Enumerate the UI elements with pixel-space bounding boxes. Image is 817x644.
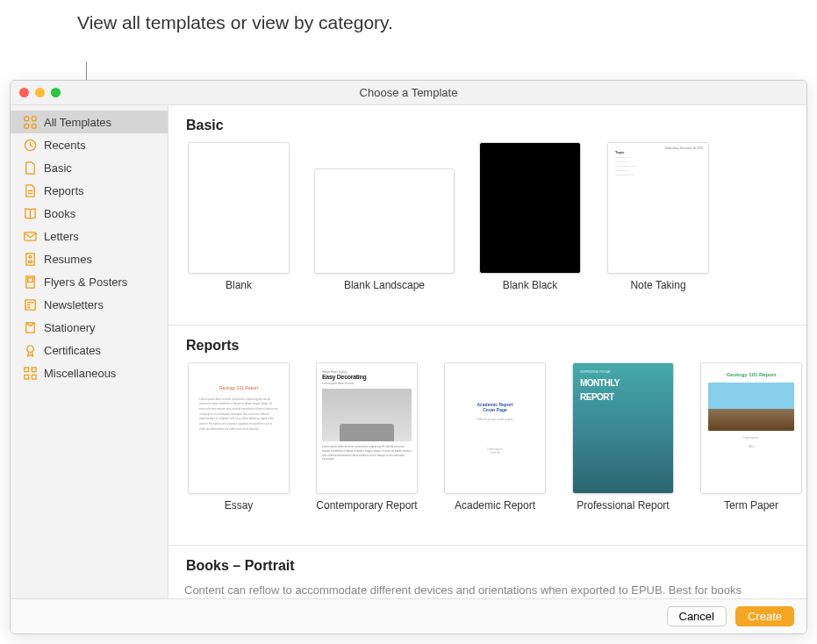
- svg-point-6: [29, 255, 32, 258]
- svg-rect-7: [27, 277, 32, 282]
- thumb-date: Wednesday, December 18, 2019: [664, 147, 703, 150]
- certificate-icon: [23, 343, 37, 357]
- sidebar-item-label: Certificates: [44, 344, 101, 357]
- template-term-paper[interactable]: Geology 101 Report Lorem Ipsum 2019 Term…: [697, 362, 806, 526]
- sidebar-item-all-templates[interactable]: All Templates: [11, 111, 168, 133]
- template-thumbnail: Simple Home Styling Easy Decorating Lore…: [316, 362, 418, 494]
- sidebar-item-label: Basic: [44, 161, 72, 175]
- thumb-title: Geology 101 Report: [199, 384, 278, 392]
- template-thumbnail: [314, 168, 455, 274]
- close-button[interactable]: [19, 88, 29, 97]
- sidebar-item-label: Newsletters: [44, 298, 104, 311]
- grid-icon: [23, 115, 37, 129]
- window-title: Choose a Template: [11, 86, 806, 99]
- titlebar: Choose a Template: [11, 81, 806, 105]
- svg-point-8: [26, 345, 33, 352]
- template-row: Geology 101 Report Lorem ipsum dolor sit…: [184, 362, 806, 529]
- svg-rect-0: [24, 116, 28, 120]
- thumb-kicker: SUSPENDISSE FEUGIAT: [580, 370, 611, 374]
- sidebar-item-label: Flyers & Posters: [44, 275, 127, 289]
- book-icon: [23, 206, 37, 220]
- template-label: Blank Landscape: [344, 279, 425, 305]
- callout-text: View all templates or view by category.: [77, 11, 393, 34]
- template-contemporary-report[interactable]: Simple Home Styling Easy Decorating Lore…: [312, 362, 421, 526]
- template-chooser-window: Choose a Template All Templates Recents …: [10, 80, 807, 634]
- template-thumbnail: [479, 142, 581, 274]
- svg-rect-12: [32, 375, 36, 379]
- template-row: Blank Blank Landscape Blank Black Wednes…: [184, 142, 806, 309]
- template-label: Blank: [226, 279, 252, 305]
- section-title: Reports: [184, 338, 806, 354]
- section-books-portrait: Books – Portrait Content can reflow to a…: [184, 558, 806, 598]
- svg-rect-3: [32, 124, 36, 128]
- template-label: Essay: [225, 499, 254, 526]
- letter-icon: [23, 229, 37, 243]
- template-blank[interactable]: Blank: [184, 142, 293, 305]
- template-blank-landscape[interactable]: Blank Landscape: [312, 142, 456, 305]
- section-basic: Basic Blank Blank Landscape Blank Black: [184, 118, 806, 309]
- sidebar-item-stationery[interactable]: Stationery: [11, 316, 168, 339]
- clock-icon: [23, 138, 37, 152]
- section-title: Basic: [184, 118, 806, 133]
- template-label: Note Taking: [630, 279, 685, 305]
- thumb-heading: REPORT: [580, 393, 614, 402]
- template-label: Academic Report: [455, 499, 535, 526]
- footer-bar: Cancel Create: [11, 598, 806, 633]
- sidebar-item-label: Reports: [44, 184, 84, 197]
- template-label: Term Paper: [724, 499, 778, 526]
- sidebar-item-label: Resumes: [44, 253, 92, 266]
- create-button[interactable]: Create: [735, 606, 794, 626]
- maximize-button[interactable]: [51, 88, 61, 97]
- template-thumbnail: Geology 101 Report Lorem Ipsum 2019: [700, 362, 802, 494]
- template-blank-black[interactable]: Blank Black: [476, 142, 584, 305]
- divider: [168, 325, 806, 326]
- template-academic-report[interactable]: Academic Report Cover Page Dolor id qua …: [441, 362, 549, 526]
- report-icon: [23, 183, 37, 197]
- sidebar-item-flyers[interactable]: Flyers & Posters: [11, 270, 168, 293]
- template-thumbnail: Academic Report Cover Page Dolor id qua …: [444, 362, 546, 494]
- sidebar-item-basic[interactable]: Basic: [11, 156, 168, 179]
- sidebar-item-label: All Templates: [44, 116, 111, 129]
- section-reports: Reports Geology 101 Report Lorem ipsum d…: [184, 338, 806, 529]
- sidebar-item-books[interactable]: Books: [11, 202, 168, 225]
- sidebar-item-miscellaneous[interactable]: Miscellaneous: [11, 361, 168, 384]
- svg-rect-1: [32, 116, 36, 120]
- template-label: Professional Report: [577, 499, 669, 526]
- cancel-button[interactable]: Cancel: [667, 606, 727, 626]
- svg-rect-9: [24, 367, 28, 371]
- minimize-button[interactable]: [35, 88, 45, 97]
- sidebar-item-label: Letters: [44, 230, 79, 243]
- sidebar-item-recents[interactable]: Recents: [11, 133, 168, 156]
- svg-rect-10: [32, 367, 36, 371]
- divider: [168, 545, 806, 546]
- template-label: Contemporary Report: [316, 499, 417, 526]
- thumb-line2: Cover Page: [483, 407, 507, 412]
- sidebar-item-label: Books: [44, 207, 75, 220]
- template-thumbnail: Wednesday, December 18, 2019 Topic —————…: [607, 142, 709, 274]
- sidebar-item-newsletters[interactable]: Newsletters: [11, 293, 168, 316]
- flyer-icon: [23, 275, 37, 289]
- sidebar-item-certificates[interactable]: Certificates: [11, 339, 168, 361]
- stationery-icon: [23, 320, 37, 334]
- thumb-title: Geology 101 Report: [708, 372, 794, 377]
- svg-rect-2: [24, 124, 28, 128]
- misc-icon: [23, 366, 37, 380]
- section-subtitle: Content can reflow to accommodate differ…: [184, 583, 806, 598]
- sidebar-item-resumes[interactable]: Resumes: [11, 247, 168, 270]
- template-professional-report[interactable]: SUSPENDISSE FEUGIAT MONTHLY REPORT Profe…: [569, 362, 677, 526]
- template-label: Blank Black: [503, 279, 558, 305]
- template-essay[interactable]: Geology 101 Report Lorem ipsum dolor sit…: [184, 362, 293, 526]
- sidebar-item-reports[interactable]: Reports: [11, 179, 168, 202]
- doc-icon: [23, 161, 37, 175]
- template-note-taking[interactable]: Wednesday, December 18, 2019 Topic —————…: [604, 142, 713, 305]
- resume-icon: [23, 252, 37, 266]
- template-thumbnail: Geology 101 Report Lorem ipsum dolor sit…: [188, 362, 290, 494]
- sidebar-item-letters[interactable]: Letters: [11, 225, 168, 247]
- section-title: Books – Portrait: [184, 558, 806, 574]
- svg-rect-11: [24, 375, 28, 379]
- template-thumbnail: [188, 142, 290, 274]
- thumb-heading: MONTHLY: [580, 379, 620, 388]
- main-panel: Basic Blank Blank Landscape Blank Black: [168, 105, 806, 598]
- thumb-heading: Easy Decorating: [322, 374, 412, 380]
- sidebar-item-label: Recents: [44, 139, 86, 152]
